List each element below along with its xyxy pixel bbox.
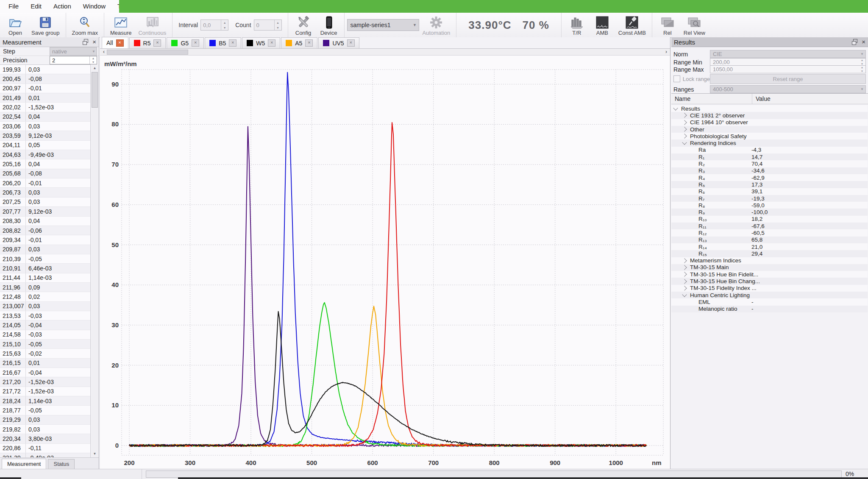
count-input[interactable]: 0 ▲▼ [254, 19, 282, 31]
tree-row[interactable]: R₁₃65,8 [671, 237, 868, 243]
close-tab-icon[interactable]: × [192, 39, 199, 47]
chart-tab-a5[interactable]: A5× [281, 37, 317, 48]
close-tab-icon[interactable]: × [305, 39, 313, 47]
tree-row[interactable]: R₂70,4 [671, 160, 868, 167]
tree-row[interactable]: Metamerism Indices [671, 257, 868, 264]
tree-row[interactable]: R₆39,1 [671, 188, 868, 195]
save-group-button[interactable]: Save group [28, 13, 63, 37]
count-spinner[interactable]: ▲▼ [274, 20, 281, 30]
precision-input[interactable]: 2 ▲▼ [50, 56, 97, 64]
table-row[interactable]: 208,300,04 [0, 217, 91, 226]
tab-scrollbar-thumb[interactable] [107, 50, 188, 55]
table-row[interactable]: 217,20-1,52e-03 [0, 377, 91, 387]
scroll-left-icon[interactable]: ‹ [101, 49, 107, 55]
chart-tab-b5[interactable]: B5× [205, 37, 241, 48]
measurement-table-scrollbar[interactable]: ▲ ▼ [90, 64, 99, 458]
lock-range-checkbox[interactable] [673, 75, 680, 82]
chevron-down-icon[interactable] [673, 106, 678, 110]
table-row[interactable]: 215,63-0,02 [0, 349, 91, 358]
chevron-right-icon[interactable] [682, 113, 687, 118]
table-row[interactable]: 220,86-0,11 [0, 444, 91, 453]
table-row[interactable]: 211,441,14e-03 [0, 273, 91, 283]
table-row[interactable]: 214,05-0,04 [0, 320, 91, 330]
table-row[interactable]: 212,480,02 [0, 292, 91, 301]
chart-tab-g5[interactable]: G5× [167, 37, 204, 48]
tree-row[interactable]: Other [671, 126, 868, 133]
chart-tab-r5[interactable]: R5× [129, 37, 166, 48]
table-row[interactable]: 206,730,03 [0, 188, 91, 197]
close-tab-icon[interactable]: × [347, 39, 355, 47]
spectrum-chart[interactable]: 2003004005006007008009001000010203040506… [100, 56, 670, 469]
chevron-right-icon[interactable] [682, 286, 687, 290]
chevron-right-icon[interactable] [682, 258, 687, 263]
tree-row[interactable]: Melanopic ratio- [671, 306, 868, 312]
open-button[interactable]: Open [3, 13, 28, 37]
table-row[interactable]: 216,150,01 [0, 359, 91, 368]
table-row[interactable]: 204,63-9,49e-03 [0, 150, 91, 159]
tree-row[interactable]: TM-30-15 Hue Bin Chang... [671, 278, 868, 284]
amb-button[interactable]: AMB [590, 13, 615, 37]
tree-row[interactable]: R₄-62,9 [671, 174, 868, 181]
tree-row[interactable]: TM-30-15 Main [671, 264, 868, 271]
tree-row[interactable]: Results [671, 105, 868, 112]
chevron-right-icon[interactable] [682, 120, 687, 125]
table-row[interactable]: 209,34-0,01 [0, 235, 91, 245]
close-panel-icon[interactable]: × [862, 39, 865, 45]
tree-row[interactable]: CIE 1964 10° observer [671, 119, 868, 126]
table-row[interactable]: 208,82-0,06 [0, 226, 91, 235]
close-tab-icon[interactable]: × [116, 39, 124, 47]
close-panel-icon[interactable]: × [92, 39, 96, 45]
tree-row[interactable]: EML- [671, 298, 868, 305]
scroll-down-icon[interactable]: ▼ [91, 451, 98, 457]
table-row[interactable]: 213,0070,03 [0, 302, 91, 311]
menu-item-window[interactable]: Window [77, 0, 111, 13]
tr-button[interactable]: T/R [564, 13, 590, 37]
table-row[interactable]: 219,290,03 [0, 415, 91, 425]
table-row[interactable]: 206,20-0,01 [0, 178, 91, 188]
table-row[interactable]: 199,930,03 [0, 65, 91, 74]
chevron-right-icon[interactable] [682, 127, 687, 131]
tab-status[interactable]: Status [48, 459, 75, 469]
tree-row[interactable]: R₈-59,0 [671, 202, 868, 209]
device-button[interactable]: Device [316, 13, 342, 37]
table-row[interactable]: 209,870,03 [0, 245, 91, 254]
tree-row[interactable]: TM-30-15 Hue Bin Fidelit... [671, 271, 868, 278]
table-row[interactable]: 207,250,03 [0, 198, 91, 207]
tree-row[interactable]: Photobiological Safety [671, 133, 868, 139]
table-row[interactable]: 205,68-0,08 [0, 169, 91, 178]
chart-tab-all[interactable]: All× [102, 37, 128, 48]
table-row[interactable]: 213,53-0,03 [0, 311, 91, 320]
table-row[interactable]: 218,241,14e-03 [0, 396, 91, 406]
tree-row[interactable]: TM-30-15 Fidelity Index ... [671, 285, 868, 292]
automation-button[interactable]: Automation [419, 13, 454, 37]
table-row[interactable]: 220,343,80e-03 [0, 434, 91, 443]
table-row[interactable]: 200,45-0,08 [0, 74, 91, 84]
ranges-dropdown[interactable]: 400-500 ▼ [710, 85, 866, 93]
const-amb-button[interactable]: Const AMB [615, 13, 649, 37]
close-tab-icon[interactable]: × [229, 39, 236, 47]
chart-tab-w5[interactable]: W5× [242, 37, 280, 48]
chevron-right-icon[interactable] [682, 279, 687, 284]
chart-tab-scrollbar[interactable]: ‹ › [100, 49, 670, 56]
precision-spinner[interactable]: ▲▼ [89, 56, 97, 64]
menu-item-action[interactable]: Action [47, 0, 77, 13]
tree-row[interactable]: R₉-100,0 [671, 209, 868, 215]
table-row[interactable]: 207,779,12e-03 [0, 207, 91, 216]
rel-button[interactable]: Rel [655, 13, 680, 37]
float-panel-icon[interactable] [851, 39, 858, 45]
table-row[interactable]: 217,72-1,52e-03 [0, 387, 91, 396]
interval-input[interactable]: 0,0 ▲▼ [200, 19, 228, 31]
float-panel-icon[interactable] [82, 39, 89, 45]
chart-tab-uv5[interactable]: UV5× [318, 37, 359, 48]
tree-row[interactable]: Rendering Indices [671, 139, 868, 146]
tab-measurement[interactable]: Measurement [2, 459, 46, 469]
table-row[interactable]: 203,599,12e-03 [0, 131, 91, 140]
table-row[interactable]: 210,916,46e-03 [0, 264, 91, 273]
interval-spinner[interactable]: ▲▼ [221, 20, 228, 30]
table-row[interactable]: 214,58-0,03 [0, 330, 91, 340]
table-row[interactable]: 218,77-0,05 [0, 406, 91, 415]
table-row[interactable]: 211,960,09 [0, 283, 91, 292]
tree-row[interactable]: CIE 1931 2° observer [671, 112, 868, 119]
table-row[interactable]: 216,67-0,04 [0, 368, 91, 377]
close-tab-icon[interactable]: × [268, 39, 275, 47]
